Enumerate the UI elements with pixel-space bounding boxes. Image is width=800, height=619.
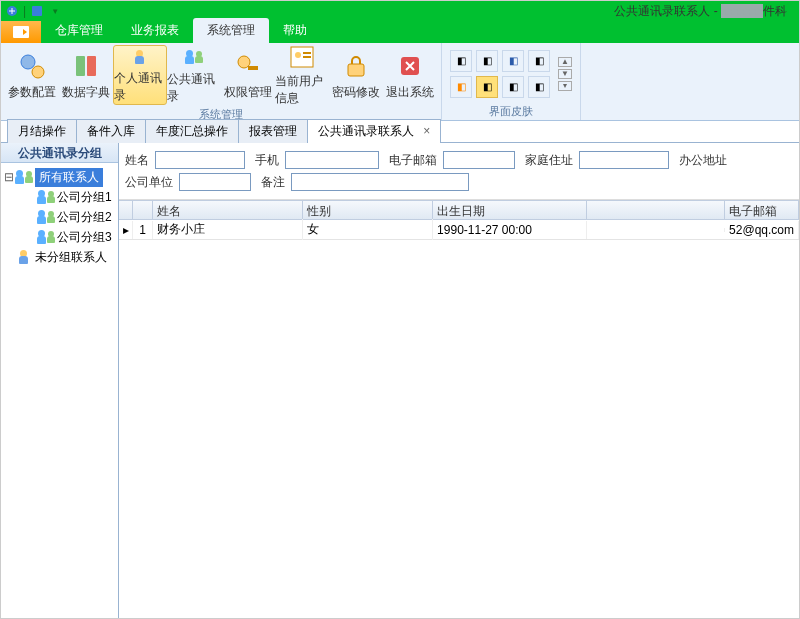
skin-scroll-down-icon[interactable]: ▼ bbox=[558, 69, 572, 79]
ribbon-tab-help[interactable]: 帮助 bbox=[269, 18, 321, 43]
grid-col-selector[interactable] bbox=[119, 201, 133, 219]
label-mobile: 手机 bbox=[245, 152, 285, 169]
btn-param-config-label: 参数配置 bbox=[8, 84, 56, 101]
close-icon[interactable]: × bbox=[423, 124, 430, 138]
ribbon-group-skin-caption: 界面皮肤 bbox=[442, 104, 580, 120]
skin-cell-6[interactable]: ◧ bbox=[476, 76, 498, 98]
svg-rect-10 bbox=[303, 52, 311, 54]
input-home-addr[interactable] bbox=[579, 151, 669, 169]
doc-tab-month[interactable]: 月结操作 bbox=[7, 119, 77, 143]
skin-dropdown-icon[interactable]: ▾ bbox=[558, 81, 572, 91]
ribbon-tab-warehouse[interactable]: 仓库管理 bbox=[41, 18, 117, 43]
grid-col-name[interactable]: 姓名 bbox=[153, 201, 303, 219]
grid-col-sex[interactable]: 性别 bbox=[303, 201, 433, 219]
input-remark[interactable] bbox=[291, 173, 469, 191]
cell-name: 财务小庄 bbox=[153, 219, 303, 240]
ribbon-tab-report[interactable]: 业务报表 bbox=[117, 18, 193, 43]
svg-rect-12 bbox=[348, 64, 364, 76]
btn-exit-label: 退出系统 bbox=[386, 84, 434, 101]
tree-node-ungrouped[interactable]: 未分组联系人 bbox=[3, 247, 116, 267]
btn-param-config[interactable]: 参数配置 bbox=[5, 45, 59, 105]
contacts-tree: ⊟ 所有联系人 公司分组1 公司分组2 公司分组3 bbox=[1, 163, 118, 271]
doc-tab-report[interactable]: 报表管理 bbox=[238, 119, 308, 143]
cell-sex: 女 bbox=[303, 219, 433, 240]
input-mobile[interactable] bbox=[285, 151, 379, 169]
tree-node-ungrouped-label: 未分组联系人 bbox=[35, 249, 107, 266]
cell-birth: 1990-11-27 00:00 bbox=[433, 221, 587, 239]
skin-cell-2[interactable]: ◧ bbox=[476, 50, 498, 72]
svg-rect-5 bbox=[87, 56, 96, 76]
row-indicator-icon: ▸ bbox=[119, 221, 133, 239]
btn-personal-contacts[interactable]: 个人通讯录 bbox=[113, 45, 167, 105]
cell-rownum: 1 bbox=[133, 221, 153, 239]
btn-permission[interactable]: 权限管理 bbox=[221, 45, 275, 105]
skin-cell-5[interactable]: ◧ bbox=[450, 76, 472, 98]
grid-col-birth[interactable]: 出生日期 bbox=[433, 201, 587, 219]
input-email[interactable] bbox=[443, 151, 515, 169]
btn-current-user[interactable]: 当前用户信息 bbox=[275, 45, 329, 105]
qat-icon-2[interactable] bbox=[30, 4, 44, 18]
skin-gallery-scroll[interactable]: ▲ ▼ ▾ bbox=[554, 57, 576, 91]
svg-rect-11 bbox=[303, 56, 311, 58]
person-card-icon bbox=[124, 46, 156, 68]
input-company[interactable] bbox=[179, 173, 251, 191]
main-area: 公共通讯录分组 ⊟ 所有联系人 公司分组1 公司分组2 bbox=[1, 143, 799, 618]
svg-rect-4 bbox=[76, 56, 85, 76]
qat-icon-1[interactable] bbox=[5, 4, 19, 18]
quick-access-toolbar: | ▼ bbox=[5, 4, 62, 18]
search-form: 姓名 手机 电子邮箱 家庭住址 办公地址 公司单位 备注 bbox=[119, 143, 799, 200]
grid-col-rownum[interactable] bbox=[133, 201, 153, 219]
tree-node-group1-label: 公司分组1 bbox=[57, 189, 112, 206]
content-area: 姓名 手机 电子邮箱 家庭住址 办公地址 公司单位 备注 姓名 bbox=[119, 143, 799, 618]
ribbon-group-skin: ◧ ◧ ◧ ◧ ◧ ◧ ◧ ◧ ▲ ▼ ▾ 界面皮肤 bbox=[442, 43, 581, 120]
people-icon bbox=[37, 189, 55, 205]
btn-exit[interactable]: 退出系统 bbox=[383, 45, 437, 105]
doc-tab-stockin[interactable]: 备件入库 bbox=[76, 119, 146, 143]
exit-icon bbox=[394, 50, 426, 82]
btn-current-user-label: 当前用户信息 bbox=[275, 73, 329, 107]
tree-node-group2[interactable]: 公司分组2 bbox=[25, 207, 116, 227]
doc-tab-contacts[interactable]: 公共通讯录联系人 × bbox=[307, 119, 441, 143]
grid-header: 姓名 性别 出生日期 电子邮箱 bbox=[119, 200, 799, 220]
gears-icon bbox=[16, 50, 48, 82]
cell-phone bbox=[587, 228, 725, 232]
skin-cell-3[interactable]: ◧ bbox=[502, 50, 524, 72]
tree-node-group3[interactable]: 公司分组3 bbox=[25, 227, 116, 247]
btn-data-dict[interactable]: 数据字典 bbox=[59, 45, 113, 105]
ribbon-tab-system[interactable]: 系统管理 bbox=[193, 18, 269, 43]
doc-tab-annual[interactable]: 年度汇总操作 bbox=[145, 119, 239, 143]
skin-cell-4[interactable]: ◧ bbox=[528, 50, 550, 72]
btn-public-contacts-label: 公共通讯录 bbox=[167, 71, 221, 105]
svg-rect-1 bbox=[32, 6, 42, 16]
grid-col-phone[interactable] bbox=[587, 201, 725, 219]
label-email: 电子邮箱 bbox=[379, 152, 443, 169]
people-icon bbox=[37, 209, 55, 225]
contacts-grid: 姓名 性别 出生日期 电子邮箱 ▸ 1 财务小庄 女 1990-11-27 00… bbox=[119, 200, 799, 618]
btn-personal-contacts-label: 个人通讯录 bbox=[114, 70, 166, 104]
document-tab-strip: 月结操作 备件入库 年度汇总操作 报表管理 公共通讯录联系人 × bbox=[1, 121, 799, 143]
btn-public-contacts[interactable]: 公共通讯录 bbox=[167, 45, 221, 105]
tree-node-group2-label: 公司分组2 bbox=[57, 209, 112, 226]
tree-node-group1[interactable]: 公司分组1 bbox=[25, 187, 116, 207]
ribbon-tab-strip: 仓库管理 业务报表 系统管理 帮助 bbox=[1, 21, 799, 43]
skin-gallery[interactable]: ◧ ◧ ◧ ◧ ◧ ◧ ◧ ◧ bbox=[446, 46, 554, 102]
skin-cell-7[interactable]: ◧ bbox=[502, 76, 524, 98]
btn-change-password[interactable]: 密码修改 bbox=[329, 45, 383, 105]
tree-node-group3-label: 公司分组3 bbox=[57, 229, 112, 246]
sidebar: 公共通讯录分组 ⊟ 所有联系人 公司分组1 公司分组2 bbox=[1, 143, 119, 618]
grid-col-email[interactable]: 电子邮箱 bbox=[725, 201, 799, 219]
skin-cell-8[interactable]: ◧ bbox=[528, 76, 550, 98]
file-menu-button[interactable] bbox=[1, 21, 41, 43]
tree-root-label: 所有联系人 bbox=[35, 168, 103, 187]
skin-cell-1[interactable]: ◧ bbox=[450, 50, 472, 72]
people-icon bbox=[37, 229, 55, 245]
btn-change-password-label: 密码修改 bbox=[332, 84, 380, 101]
input-name[interactable] bbox=[155, 151, 245, 169]
tree-toggle-icon[interactable]: ⊟ bbox=[3, 170, 15, 184]
qat-dropdown-icon[interactable]: ▼ bbox=[48, 4, 62, 18]
tree-root-all-contacts[interactable]: ⊟ 所有联系人 bbox=[3, 167, 116, 187]
skin-scroll-up-icon[interactable]: ▲ bbox=[558, 57, 572, 67]
people-icon bbox=[178, 45, 210, 69]
label-name: 姓名 bbox=[125, 152, 155, 169]
table-row[interactable]: ▸ 1 财务小庄 女 1990-11-27 00:00 52@qq.com bbox=[119, 220, 799, 240]
